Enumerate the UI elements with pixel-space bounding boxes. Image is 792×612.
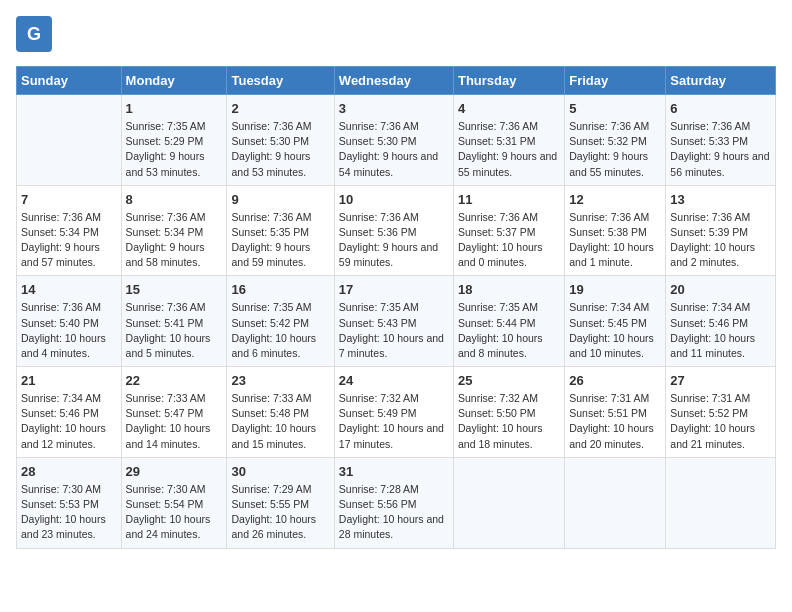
calendar-cell: 23Sunrise: 7:33 AMSunset: 5:48 PMDayligh… [227,367,334,458]
calendar-cell: 4Sunrise: 7:36 AMSunset: 5:31 PMDaylight… [453,95,564,186]
weekday-header-saturday: Saturday [666,67,776,95]
cell-details: Sunrise: 7:35 AMSunset: 5:29 PMDaylight:… [126,119,223,180]
day-number: 27 [670,372,771,391]
day-number: 5 [569,100,661,119]
day-number: 19 [569,281,661,300]
cell-details: Sunrise: 7:36 AMSunset: 5:31 PMDaylight:… [458,119,560,180]
calendar-cell: 3Sunrise: 7:36 AMSunset: 5:30 PMDaylight… [334,95,453,186]
cell-details: Sunrise: 7:36 AMSunset: 5:30 PMDaylight:… [231,119,329,180]
calendar-cell: 9Sunrise: 7:36 AMSunset: 5:35 PMDaylight… [227,185,334,276]
cell-details: Sunrise: 7:36 AMSunset: 5:30 PMDaylight:… [339,119,449,180]
calendar-cell: 18Sunrise: 7:35 AMSunset: 5:44 PMDayligh… [453,276,564,367]
cell-details: Sunrise: 7:29 AMSunset: 5:55 PMDaylight:… [231,482,329,543]
day-number: 22 [126,372,223,391]
day-number: 28 [21,463,117,482]
calendar-cell: 8Sunrise: 7:36 AMSunset: 5:34 PMDaylight… [121,185,227,276]
cell-details: Sunrise: 7:34 AMSunset: 5:45 PMDaylight:… [569,300,661,361]
weekday-header-wednesday: Wednesday [334,67,453,95]
calendar-cell: 14Sunrise: 7:36 AMSunset: 5:40 PMDayligh… [17,276,122,367]
day-number: 10 [339,191,449,210]
calendar-cell: 28Sunrise: 7:30 AMSunset: 5:53 PMDayligh… [17,457,122,548]
page-header: G [16,16,776,56]
calendar-cell: 22Sunrise: 7:33 AMSunset: 5:47 PMDayligh… [121,367,227,458]
week-row-3: 14Sunrise: 7:36 AMSunset: 5:40 PMDayligh… [17,276,776,367]
cell-details: Sunrise: 7:35 AMSunset: 5:42 PMDaylight:… [231,300,329,361]
calendar-cell: 7Sunrise: 7:36 AMSunset: 5:34 PMDaylight… [17,185,122,276]
cell-details: Sunrise: 7:34 AMSunset: 5:46 PMDaylight:… [670,300,771,361]
calendar-cell: 6Sunrise: 7:36 AMSunset: 5:33 PMDaylight… [666,95,776,186]
cell-details: Sunrise: 7:28 AMSunset: 5:56 PMDaylight:… [339,482,449,543]
day-number: 17 [339,281,449,300]
cell-details: Sunrise: 7:36 AMSunset: 5:36 PMDaylight:… [339,210,449,271]
calendar-cell: 20Sunrise: 7:34 AMSunset: 5:46 PMDayligh… [666,276,776,367]
calendar-cell [17,95,122,186]
calendar-cell: 1Sunrise: 7:35 AMSunset: 5:29 PMDaylight… [121,95,227,186]
cell-details: Sunrise: 7:31 AMSunset: 5:51 PMDaylight:… [569,391,661,452]
cell-details: Sunrise: 7:36 AMSunset: 5:32 PMDaylight:… [569,119,661,180]
calendar-cell: 26Sunrise: 7:31 AMSunset: 5:51 PMDayligh… [565,367,666,458]
day-number: 14 [21,281,117,300]
cell-details: Sunrise: 7:33 AMSunset: 5:48 PMDaylight:… [231,391,329,452]
calendar-cell: 5Sunrise: 7:36 AMSunset: 5:32 PMDaylight… [565,95,666,186]
day-number: 11 [458,191,560,210]
svg-text:G: G [27,24,41,44]
weekday-header-row: SundayMondayTuesdayWednesdayThursdayFrid… [17,67,776,95]
day-number: 13 [670,191,771,210]
calendar-cell: 29Sunrise: 7:30 AMSunset: 5:54 PMDayligh… [121,457,227,548]
logo: G [16,16,58,56]
calendar-cell: 30Sunrise: 7:29 AMSunset: 5:55 PMDayligh… [227,457,334,548]
calendar-cell: 24Sunrise: 7:32 AMSunset: 5:49 PMDayligh… [334,367,453,458]
cell-details: Sunrise: 7:30 AMSunset: 5:54 PMDaylight:… [126,482,223,543]
weekday-header-sunday: Sunday [17,67,122,95]
calendar-cell: 12Sunrise: 7:36 AMSunset: 5:38 PMDayligh… [565,185,666,276]
cell-details: Sunrise: 7:32 AMSunset: 5:50 PMDaylight:… [458,391,560,452]
day-number: 2 [231,100,329,119]
cell-details: Sunrise: 7:32 AMSunset: 5:49 PMDaylight:… [339,391,449,452]
day-number: 9 [231,191,329,210]
day-number: 26 [569,372,661,391]
day-number: 12 [569,191,661,210]
day-number: 6 [670,100,771,119]
day-number: 3 [339,100,449,119]
day-number: 7 [21,191,117,210]
day-number: 25 [458,372,560,391]
cell-details: Sunrise: 7:36 AMSunset: 5:34 PMDaylight:… [126,210,223,271]
calendar-cell: 17Sunrise: 7:35 AMSunset: 5:43 PMDayligh… [334,276,453,367]
cell-details: Sunrise: 7:36 AMSunset: 5:35 PMDaylight:… [231,210,329,271]
week-row-5: 28Sunrise: 7:30 AMSunset: 5:53 PMDayligh… [17,457,776,548]
cell-details: Sunrise: 7:36 AMSunset: 5:39 PMDaylight:… [670,210,771,271]
day-number: 23 [231,372,329,391]
calendar-cell: 27Sunrise: 7:31 AMSunset: 5:52 PMDayligh… [666,367,776,458]
weekday-header-friday: Friday [565,67,666,95]
day-number: 31 [339,463,449,482]
day-number: 30 [231,463,329,482]
calendar-cell: 21Sunrise: 7:34 AMSunset: 5:46 PMDayligh… [17,367,122,458]
calendar-cell: 25Sunrise: 7:32 AMSunset: 5:50 PMDayligh… [453,367,564,458]
weekday-header-tuesday: Tuesday [227,67,334,95]
calendar-cell: 19Sunrise: 7:34 AMSunset: 5:45 PMDayligh… [565,276,666,367]
day-number: 1 [126,100,223,119]
calendar-cell: 15Sunrise: 7:36 AMSunset: 5:41 PMDayligh… [121,276,227,367]
calendar-cell: 10Sunrise: 7:36 AMSunset: 5:36 PMDayligh… [334,185,453,276]
calendar-cell: 13Sunrise: 7:36 AMSunset: 5:39 PMDayligh… [666,185,776,276]
day-number: 8 [126,191,223,210]
logo-icon: G [16,16,52,52]
day-number: 18 [458,281,560,300]
week-row-1: 1Sunrise: 7:35 AMSunset: 5:29 PMDaylight… [17,95,776,186]
cell-details: Sunrise: 7:36 AMSunset: 5:38 PMDaylight:… [569,210,661,271]
day-number: 20 [670,281,771,300]
day-number: 29 [126,463,223,482]
day-number: 24 [339,372,449,391]
week-row-4: 21Sunrise: 7:34 AMSunset: 5:46 PMDayligh… [17,367,776,458]
cell-details: Sunrise: 7:35 AMSunset: 5:44 PMDaylight:… [458,300,560,361]
calendar-cell: 11Sunrise: 7:36 AMSunset: 5:37 PMDayligh… [453,185,564,276]
calendar-cell [565,457,666,548]
cell-details: Sunrise: 7:31 AMSunset: 5:52 PMDaylight:… [670,391,771,452]
calendar-cell: 31Sunrise: 7:28 AMSunset: 5:56 PMDayligh… [334,457,453,548]
cell-details: Sunrise: 7:36 AMSunset: 5:33 PMDaylight:… [670,119,771,180]
calendar-table: SundayMondayTuesdayWednesdayThursdayFrid… [16,66,776,549]
weekday-header-monday: Monday [121,67,227,95]
day-number: 16 [231,281,329,300]
cell-details: Sunrise: 7:34 AMSunset: 5:46 PMDaylight:… [21,391,117,452]
week-row-2: 7Sunrise: 7:36 AMSunset: 5:34 PMDaylight… [17,185,776,276]
